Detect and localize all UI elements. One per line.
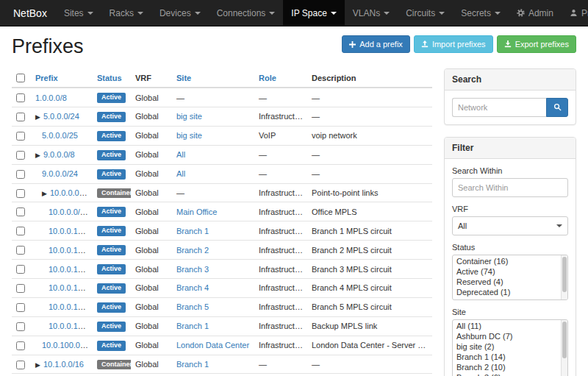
filter-option[interactable]: big site (2) (453, 341, 560, 352)
status-list-scrollbar[interactable] (561, 255, 567, 299)
site-list-scrollbar[interactable] (561, 320, 567, 376)
vrf-label: VRF (452, 205, 568, 213)
filter-option[interactable]: Container (16) (453, 256, 560, 266)
nav-item-secrets[interactable]: Secrets (453, 0, 509, 26)
row-checkbox[interactable] (16, 284, 25, 293)
filter-option[interactable]: Active (74) (453, 266, 560, 277)
site-link[interactable]: big site (176, 131, 202, 140)
expand-toggle-icon[interactable]: ▶ (35, 113, 40, 121)
prefix-link[interactable]: 10.0.0.132/31 (49, 265, 93, 274)
site-link[interactable]: Branch 1 (176, 227, 209, 235)
site-link[interactable]: Branch 1 (176, 360, 209, 369)
expand-toggle-icon[interactable]: ▶ (35, 361, 40, 369)
row-checkbox[interactable] (16, 265, 25, 274)
site-link[interactable]: All (176, 169, 185, 178)
top-navbar: NetBox SitesRacksDevicesConnectionsIP Sp… (0, 0, 588, 26)
table-row: 1.0.0.0/8ActiveGlobal——— (12, 88, 432, 107)
column-header-role[interactable]: Role (254, 68, 307, 88)
prefix-link[interactable]: 5.0.0.0/24 (43, 112, 79, 121)
select-all-checkbox[interactable] (16, 74, 25, 82)
nav-item-connections[interactable]: Connections (209, 0, 284, 26)
prefix-link[interactable]: 10.0.0.128/31 (49, 227, 93, 235)
search-button[interactable] (546, 98, 568, 117)
role-value: Infrastructure (259, 283, 306, 292)
row-checkbox[interactable] (16, 361, 25, 369)
nav-item-circuits[interactable]: Circuits (398, 0, 453, 26)
nav-item-vlans[interactable]: VLANs (345, 0, 398, 26)
row-checkbox[interactable] (16, 189, 25, 198)
prefix-link[interactable]: 10.0.0.136/31 (49, 302, 93, 311)
vrf-value: Global (135, 207, 159, 216)
nav-item-ip-space[interactable]: IP Space (283, 0, 344, 26)
row-checkbox[interactable] (16, 322, 25, 331)
import-prefixes-button[interactable]: Import prefixes (414, 35, 493, 53)
site-link[interactable]: Main Office (176, 207, 217, 216)
site-link[interactable]: Branch 5 (176, 302, 209, 311)
site-link[interactable]: Branch 2 (176, 246, 209, 255)
row-checkbox[interactable] (16, 246, 25, 255)
site-filter-list[interactable]: All (11)Ashburn DC (7)big site (2)Branch… (452, 319, 568, 376)
table-row: 10.0.0.138/31ActiveGlobalBranch 1Infrast… (12, 316, 432, 336)
status-badge: Active (97, 341, 126, 351)
filter-option[interactable]: Deprecated (1) (453, 287, 560, 297)
nav-item-racks[interactable]: Racks (101, 0, 151, 26)
profile-link[interactable]: Profile (562, 0, 588, 26)
vrf-select[interactable]: All (452, 216, 568, 235)
column-header-prefix[interactable]: Prefix (31, 68, 93, 88)
row-checkbox[interactable] (16, 93, 25, 102)
row-checkbox[interactable] (16, 170, 25, 179)
prefix-link[interactable]: 10.0.0.130/31 (49, 246, 93, 255)
expand-toggle-icon[interactable]: ▶ (35, 152, 40, 159)
admin-link[interactable]: Admin (509, 0, 562, 26)
caret-down-icon (495, 12, 501, 15)
nav-item-label: IP Space (291, 8, 326, 18)
status-badge: Container (97, 360, 131, 370)
nav-item-sites[interactable]: Sites (56, 0, 101, 26)
row-checkbox[interactable] (16, 113, 25, 121)
upload-icon (421, 40, 429, 48)
role-value: Infrastructure (259, 265, 306, 274)
filter-option[interactable]: Branch 1 (14) (453, 352, 560, 362)
row-checkbox[interactable] (16, 303, 25, 312)
row-checkbox[interactable] (16, 132, 25, 141)
filter-option[interactable]: Reserved (4) (453, 277, 560, 287)
prefix-link[interactable]: 10.0.0.0/31 (49, 207, 89, 216)
add-prefix-button[interactable]: Add a prefix (342, 35, 410, 53)
prefix-link[interactable]: 5.0.0.0/25 (42, 131, 78, 140)
export-prefixes-button[interactable]: Export prefixes (497, 35, 576, 53)
site-link[interactable]: All (176, 150, 185, 159)
row-checkbox[interactable] (16, 151, 25, 160)
filter-option[interactable]: Branch 2 (10) (453, 362, 560, 372)
site-link[interactable]: Branch 1 (176, 322, 209, 330)
row-checkbox[interactable] (16, 207, 25, 216)
app-brand[interactable]: NetBox (4, 0, 56, 26)
vrf-value: Global (135, 246, 159, 255)
column-header-status[interactable]: Status (93, 68, 131, 88)
expand-toggle-icon[interactable]: ▶ (42, 190, 47, 197)
status-filter-list[interactable]: Container (16)Active (74)Reserved (4)Dep… (452, 255, 568, 300)
prefix-link[interactable]: 10.1.0.0/16 (43, 360, 84, 369)
table-row: 9.0.0.0/24ActiveGlobalAll—— (12, 164, 432, 183)
site-link[interactable]: Branch 3 (176, 265, 209, 274)
site-link[interactable]: big site (176, 112, 202, 121)
prefix-link[interactable]: 10.0.100.0/24 (42, 341, 91, 350)
site-link[interactable]: London Data Center (176, 341, 249, 350)
prefix-link[interactable]: 10.0.0.0/24 (50, 188, 90, 197)
prefix-link[interactable]: 1.0.0.0/8 (35, 93, 67, 102)
filter-option[interactable]: Ashburn DC (7) (453, 331, 560, 341)
filter-option[interactable]: All (11) (453, 321, 560, 331)
site-link[interactable]: Branch 4 (176, 283, 209, 292)
filter-option[interactable]: Branch 3 (6) (453, 372, 560, 376)
description-value: London Data Center - Server Network (312, 341, 432, 350)
prefix-link[interactable]: 10.0.0.134/31 (49, 283, 93, 292)
search-input[interactable] (452, 98, 546, 117)
vrf-value: Global (135, 93, 159, 102)
prefix-link[interactable]: 9.0.0.0/8 (43, 150, 75, 159)
prefix-link[interactable]: 9.0.0.0/24 (42, 169, 78, 178)
row-checkbox[interactable] (16, 341, 25, 350)
row-checkbox[interactable] (16, 227, 25, 235)
search-within-input[interactable] (452, 178, 568, 197)
prefix-link[interactable]: 10.0.0.138/31 (49, 322, 93, 330)
column-header-site[interactable]: Site (172, 68, 254, 88)
nav-item-devices[interactable]: Devices (151, 0, 209, 26)
